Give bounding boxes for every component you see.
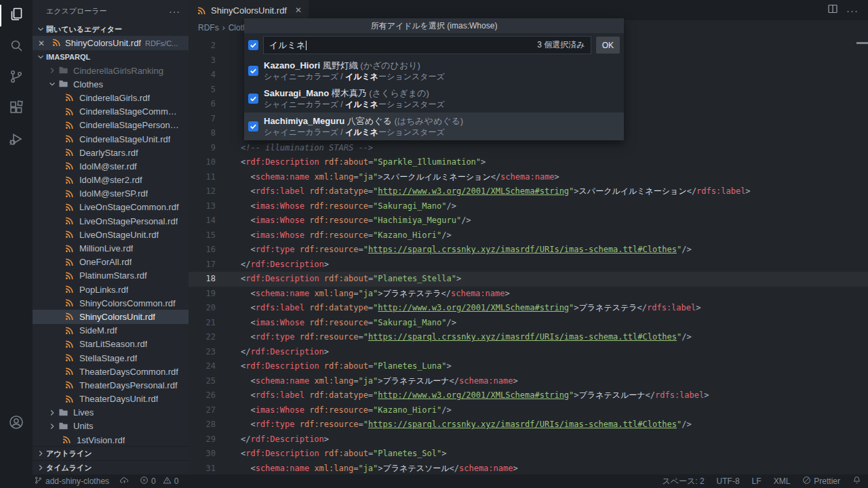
chevron-right-icon [47, 408, 57, 418]
code-line-9[interactable]: 9<!-- illumination STARS --> [189, 141, 868, 156]
sidebar-more-actions-icon[interactable]: ··· [169, 6, 180, 17]
breadcrumb-item-rdfs[interactable]: RDFs [198, 23, 219, 33]
tab-shinycolorsunit[interactable]: ShinyColorsUnit.rdf ✕ [189, 0, 309, 20]
item-checkbox[interactable] [248, 66, 258, 76]
explorer-view-button[interactable] [0, 0, 33, 31]
tree-item-cinderellastageunit-rdf[interactable]: CinderellaStageUnit.rdf [33, 132, 189, 146]
line-content: <rdf:type rdf:resource="https://sparql.c… [216, 243, 692, 258]
tree-item-cinderellagirls-rdf[interactable]: CinderellaGirls.rdf [33, 91, 189, 104]
accounts-button[interactable] [0, 408, 33, 439]
timeline-section-header[interactable]: タイムライン [33, 460, 189, 474]
tree-item-poplinks-rdf[interactable]: PopLinks.rdf [33, 283, 189, 296]
tree-item-liveonstageunit-rdf[interactable]: LiveOnStageUnit.rdf [33, 228, 189, 241]
breadcrumb-separator: › [222, 23, 225, 33]
folder-icon [58, 65, 69, 76]
problems-indicator[interactable]: 0 0 [140, 476, 178, 487]
code-line-12[interactable]: 12<rdfs:label rdf:datatype="http://www.w… [189, 184, 868, 199]
item-checkbox[interactable] [248, 121, 258, 131]
tree-item-dearlystars-rdf[interactable]: DearlyStars.rdf [33, 146, 189, 159]
language-indicator[interactable]: XML [774, 476, 791, 486]
run-debug-view-button[interactable] [0, 125, 33, 156]
open-editor-item[interactable]: ✕ ShinyColorsUnit.rdf RDFs/C... [33, 36, 189, 50]
code-line-14[interactable]: 14<imas:Whose rdf:resource="Hachimiya_Me… [189, 214, 868, 228]
branch-indicator[interactable]: add-shiny-clothes [34, 476, 109, 487]
code-line-10[interactable]: 10<rdf:Description rdf:about="Sparkle_Il… [189, 155, 868, 170]
tree-item-platinumstars-rdf[interactable]: PlatinumStars.rdf [33, 269, 189, 283]
code-line-30[interactable]: 30<rdf:Description rdf:about="Planetes_S… [189, 447, 868, 462]
extensions-view-button[interactable] [0, 94, 33, 125]
tree-item-sidem-rdf[interactable]: SideM.rdf [33, 324, 189, 338]
tree-item-theaterdayspersonal-rdf[interactable]: TheaterDaysPersonal.rdf [33, 378, 189, 392]
overview-ruler-mark [856, 42, 868, 44]
tree-item-liveonstagepersonal-rdf[interactable]: LiveOnStagePersonal.rdf [33, 214, 189, 228]
search-view-button[interactable] [0, 31, 33, 62]
rss-file-icon [64, 243, 75, 254]
ok-button[interactable]: OK [596, 37, 620, 54]
outline-section-header[interactable]: アウトライン [33, 446, 189, 460]
tree-item-cinderellastagecommon-rdf[interactable]: CinderellaStageCommon.rdf [33, 105, 189, 119]
code-line-26[interactable]: 26<rdfs:label rdf:datatype="http://www.w… [189, 388, 868, 403]
code-line-11[interactable]: 11<schema:name xml:lang="ja">スパークルイルミネーシ… [189, 170, 868, 185]
tree-item-starlitseason-rdf[interactable]: StarLitSeason.rdf [33, 338, 189, 351]
quick-pick-item-kazano_hiori[interactable]: Kazano_Hiori 風野灯織 (かざのひおり)シャイニーカラーズ / イル… [244, 57, 624, 85]
select-all-checkbox[interactable] [248, 40, 258, 50]
code-line-24[interactable]: 24<rdf:Description rdf:about="Planetes_L… [189, 359, 868, 374]
sync-changes-button[interactable] [120, 476, 129, 487]
source-control-view-button[interactable] [0, 62, 33, 94]
tree-item-lives[interactable]: Lives [33, 406, 189, 420]
tree-item-shinycolorsunit-rdf[interactable]: ShinyColorsUnit.rdf [33, 310, 189, 323]
workspace-section-header[interactable]: IMASPARQL [33, 50, 189, 64]
line-content: <imas:Whose rdf:resource="Kazano_Hiori"/… [216, 228, 452, 243]
indentation-indicator[interactable]: スペース: 2 [662, 476, 704, 487]
line-number: 8 [189, 126, 216, 141]
close-icon[interactable]: ✕ [295, 5, 302, 15]
tree-item-idolm-stersp-rdf[interactable]: IdolM@sterSP.rdf [33, 187, 189, 201]
open-editors-header[interactable]: 開いているエディター [33, 22, 189, 36]
notifications-button[interactable] [852, 476, 861, 487]
tree-item-units[interactable]: Units [33, 420, 189, 433]
code-line-31[interactable]: 31<schema:name xml:lang="ja">プラネテスソール</s… [189, 462, 868, 475]
tree-item-1stvision-rdf[interactable]: 1stVision.rdf [33, 433, 189, 447]
close-icon[interactable]: ✕ [38, 39, 49, 48]
line-number: 10 [189, 155, 216, 170]
formatter-indicator[interactable]: Prettier [802, 476, 840, 487]
line-content: <schema:name xml:lang="ja">プラネテスルーナ</sch… [216, 374, 518, 389]
code-line-25[interactable]: 25<schema:name xml:lang="ja">プラネテスルーナ</s… [189, 374, 868, 389]
tree-item-theaterdaysunit-rdf[interactable]: TheaterDaysUnit.rdf [33, 392, 189, 406]
tree-item-idolm-ster-rdf[interactable]: IdolM@ster.rdf [33, 159, 189, 173]
code-line-15[interactable]: 15<imas:Whose rdf:resource="Kazano_Hiori… [189, 228, 868, 243]
code-line-19[interactable]: 19<schema:name xml:lang="ja">プラネテステラ</sc… [189, 287, 868, 302]
code-line-18[interactable]: 18<rdf:Description rdf:about="Planetes_S… [189, 272, 868, 287]
code-line-17[interactable]: 17</rdf:Description> [189, 258, 868, 272]
tree-item-stellastage-rdf[interactable]: StellaStage.rdf [33, 351, 189, 365]
code-line-21[interactable]: 21<imas:Whose rdf:resource="Sakuragi_Man… [189, 316, 868, 331]
code-line-23[interactable]: 23</rdf:Description> [189, 345, 868, 360]
code-line-13[interactable]: 13<imas:Whose rdf:resource="Sakuragi_Man… [189, 199, 868, 214]
split-editor-icon[interactable] [827, 3, 838, 17]
tree-item-millionlive-rdf[interactable]: MillionLive.rdf [33, 241, 189, 255]
quick-pick-input[interactable]: イルミネ 3 個選択済み [263, 36, 591, 54]
tree-item-shinycolorscommon-rdf[interactable]: ShinyColorsCommon.rdf [33, 296, 189, 310]
tree-item-clothes[interactable]: Clothes [33, 77, 189, 91]
quick-pick-item-hachimiya_meguru[interactable]: Hachimiya_Meguru 八宮めぐる (はちみやめぐる)シャイニーカラー… [244, 113, 624, 140]
code-line-27[interactable]: 27<imas:Whose rdf:resource="Kazano_Hiori… [189, 403, 868, 418]
sidebar-title: エクスプローラー [46, 6, 107, 16]
quick-pick-item-sakuragi_mano[interactable]: Sakuragi_Mano 櫻木真乃 (さくらぎまの)シャイニーカラーズ / イ… [244, 85, 624, 113]
code-line-28[interactable]: 28<rdf:type rdf:resource="https://sparql… [189, 418, 868, 432]
tree-item-liveonstagecommon-rdf[interactable]: LiveOnStageCommon.rdf [33, 201, 189, 214]
code-line-20[interactable]: 20<rdfs:label rdf:datatype="http://www.w… [189, 301, 868, 316]
code-line-16[interactable]: 16<rdf:type rdf:resource="https://sparql… [189, 243, 868, 258]
encoding-indicator[interactable]: UTF-8 [717, 476, 740, 486]
code-line-22[interactable]: 22<rdf:type rdf:resource="https://sparql… [189, 330, 868, 345]
line-content: <rdf:Description rdf:about="Sparkle_Illu… [216, 155, 486, 170]
item-checkbox[interactable] [248, 94, 258, 104]
tree-item-theaterdayscommon-rdf[interactable]: TheaterDaysCommon.rdf [33, 365, 189, 378]
item-reading: (はちみやめぐる) [394, 116, 463, 126]
tree-item-cinderellastagepersonal-rdf[interactable]: CinderellaStagePersonal.rdf [33, 119, 189, 132]
code-line-29[interactable]: 29</rdf:Description> [189, 432, 868, 447]
tree-item-oneforall-rdf[interactable]: OneForAll.rdf [33, 256, 189, 269]
tree-item-idolm-ster2-rdf[interactable]: IdolM@ster2.rdf [33, 174, 189, 187]
eol-indicator[interactable]: LF [752, 476, 762, 486]
tree-item-cinderellagirlsranking[interactable]: CinderellaGirlsRanking [33, 64, 189, 77]
editor-more-actions-icon[interactable]: ··· [846, 5, 859, 16]
